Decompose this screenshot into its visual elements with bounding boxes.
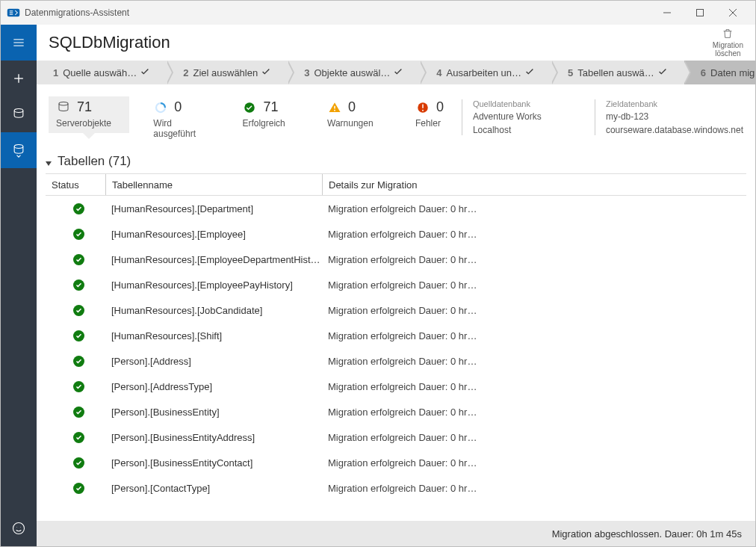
table-row[interactable]: [Person].[BusinessEntityAddress]Migratio… — [46, 424, 746, 450]
row-status — [46, 330, 105, 342]
status-bar: Migration abgeschlossen. Dauer: 0h 1m 45… — [37, 521, 755, 546]
feedback-button[interactable] — [1, 510, 37, 546]
row-migration-detail: Migration erfolgreich Dauer: 0 hr… — [322, 330, 746, 342]
row-status — [46, 229, 105, 240]
svg-point-12 — [13, 523, 25, 534]
row-migration-detail: Migration erfolgreich Dauer: 0 hr… — [322, 432, 746, 443]
row-table-name: [Person].[ContactType] — [105, 483, 322, 494]
wizard-step-label: Daten migrieren — [710, 67, 755, 78]
stat-server-objects[interactable]: 71 Serverobjekte — [49, 96, 129, 133]
row-migration-detail: Migration erfolgreich Dauer: 0 hr… — [322, 279, 746, 291]
table-row[interactable]: [Person].[AddressType]Migration erfolgre… — [46, 374, 746, 399]
row-table-name: [Person].[BusinessEntityContact] — [105, 457, 322, 469]
row-migration-detail: Migration erfolgreich Dauer: 0 hr… — [322, 356, 746, 367]
svg-point-11 — [14, 145, 23, 149]
tables-grid-body[interactable]: [HumanResources].[Department]Migration e… — [46, 196, 746, 521]
svg-point-22 — [422, 109, 424, 111]
success-icon — [73, 305, 84, 316]
stat-errors-label: Fehler — [415, 118, 444, 129]
svg-point-15 — [59, 102, 68, 105]
row-status — [46, 305, 105, 316]
success-icon — [73, 407, 84, 418]
wizard-step-num: 6 — [701, 67, 706, 78]
left-nav-rail — [1, 25, 37, 546]
spinner-icon — [153, 100, 168, 115]
target-db-server: courseware.database.windows.net — [606, 125, 743, 135]
stat-in-progress-value: 0 — [174, 99, 182, 115]
page-header: SQLDbMigration Migration löschen — [37, 25, 755, 61]
minimize-button[interactable] — [651, 1, 684, 25]
svg-point-10 — [14, 109, 23, 113]
row-migration-detail: Migration erfolgreich Dauer: 0 hr… — [322, 203, 746, 214]
close-button[interactable] — [716, 1, 749, 25]
tables-section-header[interactable]: Tabellen (71) — [37, 149, 755, 173]
title-bar: Datenmigrations-Assistent — [1, 1, 755, 25]
col-name[interactable]: Tabellenname — [105, 174, 322, 195]
new-project-button[interactable] — [1, 61, 37, 96]
migration-nav-button[interactable] — [1, 132, 37, 168]
row-migration-detail: Migration erfolgreich Dauer: 0 hr… — [322, 483, 746, 494]
table-row[interactable]: [Person].[BusinessEntityContact]Migratio… — [46, 450, 746, 475]
table-row[interactable]: [HumanResources].[EmployeeDepartmentHist… — [46, 247, 746, 272]
assessment-nav-button[interactable] — [1, 96, 37, 132]
target-db-name: my-db-123 — [606, 111, 743, 122]
table-row[interactable]: [HumanResources].[JobCandidate]Migration… — [46, 297, 746, 323]
stat-warnings-label: Warnungen — [327, 118, 374, 129]
wizard-step-2[interactable]: 2Ziel auswählen — [167, 61, 288, 84]
row-table-name: [Person].[BusinessEntityAddress] — [105, 432, 322, 443]
wizard-step-3[interactable]: 3Objekte auswäl… — [288, 61, 420, 84]
check-icon — [524, 67, 535, 79]
stat-successful-label: Erfolgreich — [242, 118, 285, 129]
col-detail[interactable]: Details zur Migration — [322, 174, 746, 195]
row-migration-detail: Migration erfolgreich Dauer: 0 hr… — [322, 457, 746, 469]
wizard-step-5[interactable]: 5Tabellen auswä… — [551, 61, 684, 84]
row-status — [46, 203, 105, 214]
collapse-icon — [44, 157, 53, 166]
source-db-name: Adventure Works — [473, 111, 574, 122]
stat-warnings[interactable]: 0 Warnungen — [320, 96, 391, 133]
stat-server-objects-value: 71 — [77, 99, 92, 115]
delete-migration-button[interactable]: Migration löschen — [713, 28, 743, 58]
row-migration-detail: Migration erfolgreich Dauer: 0 hr… — [322, 407, 746, 418]
project-title: SQLDbMigration — [49, 33, 170, 52]
stat-in-progress[interactable]: 0 Wird ausgeführt — [146, 96, 218, 143]
error-icon — [415, 100, 430, 115]
table-row[interactable]: [Person].[BusinessEntity]Migration erfol… — [46, 399, 746, 424]
table-row[interactable]: [Person].[ContactType]Migration erfolgre… — [46, 475, 746, 501]
row-status — [46, 483, 105, 494]
svg-point-19 — [334, 109, 335, 111]
wizard-step-1[interactable]: 1Quelle auswäh… — [37, 61, 167, 84]
svg-point-13 — [16, 527, 17, 528]
row-status — [46, 279, 105, 291]
row-table-name: [HumanResources].[Department] — [105, 203, 322, 214]
table-row[interactable]: [HumanResources].[Shift]Migration erfolg… — [46, 323, 746, 348]
stat-errors[interactable]: 0 Fehler — [408, 96, 462, 133]
success-icon — [73, 457, 84, 469]
row-migration-detail: Migration erfolgreich Dauer: 0 hr… — [322, 381, 746, 392]
success-icon — [73, 381, 84, 392]
menu-button[interactable] — [1, 25, 37, 61]
wizard-step-4[interactable]: 4Ausarbeiten un… — [420, 61, 551, 84]
tables-grid: Status Tabellenname Details zur Migratio… — [37, 173, 755, 521]
table-row[interactable]: [HumanResources].[Department]Migration e… — [46, 196, 746, 221]
db-info: Quelldatenbank Adventure Works Localhost… — [462, 96, 743, 135]
stat-successful[interactable]: 71 Erfolgreich — [235, 96, 303, 133]
success-icon — [73, 432, 84, 443]
summary-bar: 71 Serverobjekte 0 Wird ausgeführt — [37, 84, 755, 149]
check-icon — [261, 67, 271, 79]
success-icon — [73, 254, 84, 265]
row-status — [46, 432, 105, 443]
row-status — [46, 381, 105, 392]
col-status[interactable]: Status — [46, 179, 105, 191]
maximize-button[interactable] — [684, 1, 716, 25]
wizard-step-6[interactable]: 6Daten migrieren — [684, 61, 755, 84]
delete-label-2: löschen — [715, 49, 740, 58]
target-db-info: Zieldatenbank my-db-123 courseware.datab… — [595, 99, 743, 135]
table-row[interactable]: [HumanResources].[Employee]Migration erf… — [46, 221, 746, 247]
success-icon — [73, 279, 84, 291]
table-row[interactable]: [Person].[Address]Migration erfolgreich … — [46, 348, 746, 374]
stat-errors-value: 0 — [436, 99, 444, 115]
wizard-steps: 1Quelle auswäh…2Ziel auswählen3Objekte a… — [37, 61, 755, 84]
table-row[interactable]: [HumanResources].[EmployeePayHistory]Mig… — [46, 272, 746, 297]
wizard-step-num: 4 — [436, 67, 441, 78]
